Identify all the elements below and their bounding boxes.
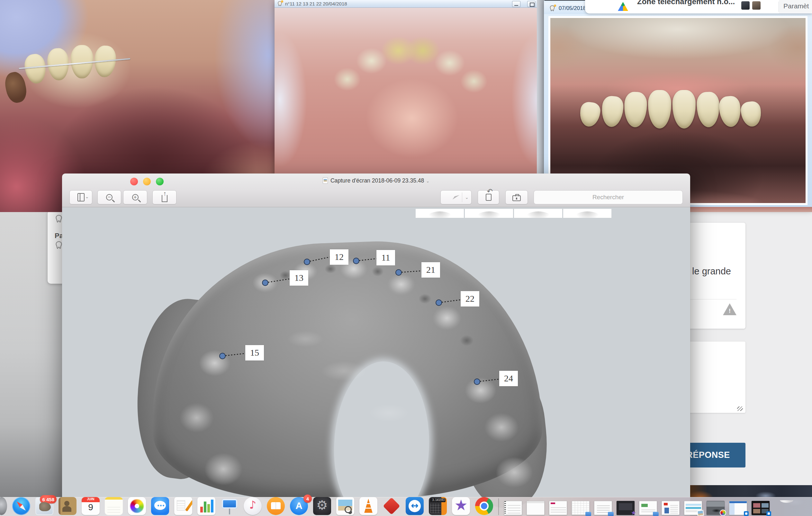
sidebar-icon (78, 193, 85, 202)
tooth-shape (624, 92, 647, 127)
trash-icon[interactable] (779, 497, 795, 515)
dock-calculator-icon[interactable]: 3.141593 (429, 497, 447, 515)
measure-point (353, 258, 359, 264)
avatar[interactable] (741, 1, 750, 10)
dock-imovie-icon[interactable] (452, 497, 470, 515)
measure-point (304, 259, 310, 265)
dock-ibooks-icon[interactable] (267, 497, 285, 515)
close-button[interactable] (130, 178, 138, 185)
dock-numbers-icon[interactable] (197, 497, 215, 515)
decayed-tooth-shape (3, 70, 29, 105)
tooth-shape (718, 95, 742, 127)
rotate-left-button[interactable] (478, 190, 499, 204)
sidebar-toggle-button[interactable] (69, 190, 92, 204)
measure-point (396, 270, 402, 275)
dock-teamviewer-icon[interactable] (406, 497, 424, 515)
measure-point (262, 280, 268, 285)
notification-badge: 4 (303, 494, 312, 503)
dock-messages-icon[interactable] (151, 497, 169, 515)
dock-reddiamond-icon[interactable] (382, 497, 401, 515)
settings-section[interactable]: Paramèt (779, 0, 812, 13)
textarea-resize-handle[interactable] (737, 406, 743, 411)
connector-line (439, 300, 461, 303)
dock-safari-icon[interactable] (12, 497, 30, 515)
window-title: n°11 12 13 21 22 20/04/2018 (285, 1, 347, 6)
minimized-window-car-photo[interactable] (706, 501, 725, 515)
dock-vlc-icon[interactable] (359, 497, 377, 515)
dock-itunes-icon[interactable] (244, 497, 262, 515)
zoom-out-button[interactable]: − (97, 190, 121, 204)
measure-point (474, 379, 480, 385)
dock-sysprefs-icon[interactable] (313, 497, 331, 515)
tooth-label-24: 24 (499, 371, 518, 386)
tooth-shape (648, 90, 671, 128)
tooth-label-15: 15 (245, 345, 264, 361)
dock-contacts-icon[interactable] (58, 497, 77, 515)
dock-keynote-icon[interactable] (221, 497, 238, 515)
markup-toolbar-button[interactable] (505, 190, 528, 204)
share-icon (162, 195, 168, 202)
minimized-window-blue-dialog[interactable] (729, 501, 747, 515)
tooth-label-13: 13 (290, 270, 308, 285)
minimized-window-white-window[interactable] (526, 501, 545, 515)
minimized-window-web-red[interactable] (662, 501, 679, 515)
chevron-down-icon[interactable]: ⌄ (426, 179, 430, 183)
tooth-icon (277, 1, 283, 6)
tooth-label-22: 22 (461, 291, 479, 306)
minimized-window-text-doc[interactable] (594, 501, 612, 515)
dock-notes-icon[interactable] (105, 497, 123, 515)
dock-appstore-icon[interactable]: 4 (290, 497, 308, 515)
markup-toolbox-icon (513, 195, 521, 201)
tooth-shape (23, 53, 48, 85)
minimize-button[interactable] (143, 178, 151, 185)
minimized-window-dark-video[interactable] (616, 501, 635, 515)
dock-mail-icon[interactable]: 6 458 (35, 497, 53, 515)
markup-button[interactable] (440, 190, 471, 204)
calendar-month: JUIN (82, 497, 100, 501)
calendar-day: 9 (82, 502, 100, 513)
minimized-window-web-folder[interactable] (639, 501, 657, 515)
zoom-in-button[interactable]: + (123, 190, 147, 204)
dock-photos-icon[interactable] (128, 497, 146, 515)
connector-line (307, 257, 330, 262)
minimize-button[interactable] (512, 1, 520, 7)
scan-annotation-overlay (62, 207, 690, 516)
google-drive-icon (618, 2, 628, 11)
dock-separator (498, 498, 499, 515)
dock-calendar-icon[interactable]: JUIN9 (82, 497, 100, 515)
preview-content: 12 11 13 21 22 15 24 (62, 207, 690, 516)
notification-badge: 6 458 (40, 495, 57, 504)
search-input[interactable] (533, 190, 683, 204)
tooth-label-21: 21 (422, 262, 440, 278)
tooth-shape (601, 95, 624, 127)
preview-window: Capture d'écran 2018-06-09 23.35.48⌄ − + (62, 174, 690, 516)
tooth-shape (672, 90, 696, 128)
dock-chrome-icon[interactable] (475, 497, 493, 515)
dock-pages-icon[interactable] (174, 497, 192, 515)
download-notification-text: Zone téléchargement n.o... (637, 0, 735, 6)
document-proxy-icon[interactable] (323, 177, 328, 184)
dock-preview-icon[interactable] (336, 497, 354, 515)
dock: 6 458JUIN943.141593 (0, 497, 812, 516)
preview-titlebar[interactable]: Capture d'écran 2018-06-09 23.35.48⌄ − + (62, 174, 690, 207)
dock-finder-partial-icon[interactable] (0, 497, 7, 515)
desktop: Pa le grande RÉPONSE n°11 12 13 21 22 20… (0, 0, 812, 516)
minimized-window-spreadsheet-doc[interactable] (572, 501, 589, 515)
connector-line (399, 271, 422, 272)
zoom-button[interactable] (156, 178, 164, 185)
minimized-window-spiral-doc[interactable] (504, 501, 522, 515)
minimized-window-dental-collage[interactable] (752, 501, 770, 515)
tooth-shape (578, 101, 602, 128)
tooth-label-11: 11 (376, 250, 395, 265)
avatar[interactable] (752, 1, 760, 10)
window-titlebar[interactable]: n°11 12 13 21 22 20/04/2018 (274, 0, 544, 8)
share-button[interactable] (152, 190, 176, 204)
markup-pen-icon (453, 195, 460, 200)
settings-label: Paramèt (783, 2, 809, 10)
minimized-window-list-photo[interactable] (684, 501, 702, 515)
maximize-button[interactable] (527, 1, 535, 7)
connector-line (223, 354, 245, 356)
tooth-label-12: 12 (330, 249, 348, 265)
browser-notification-bar: Zone téléchargement n.o... Paramèt (585, 0, 812, 13)
minimized-window-invoice-doc[interactable] (549, 501, 567, 515)
